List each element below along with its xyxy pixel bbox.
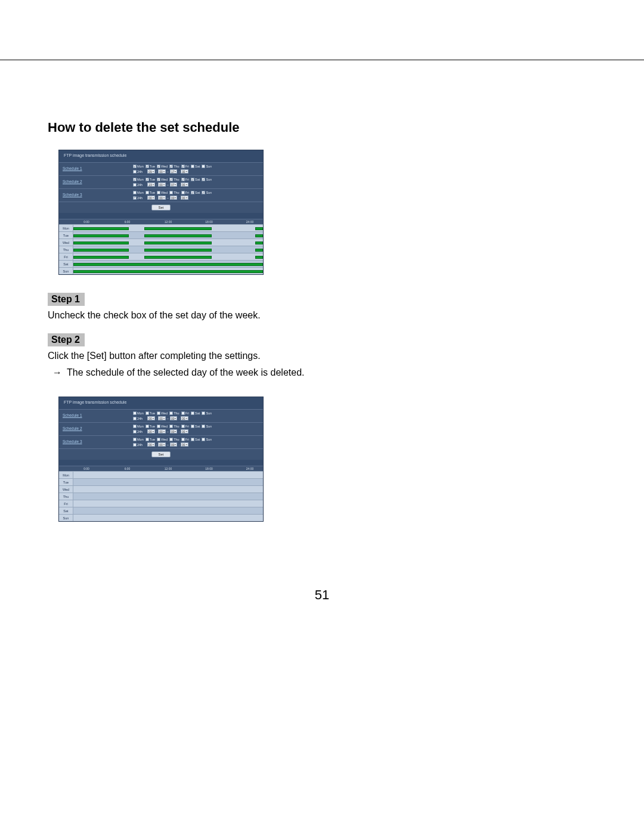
schedule-link[interactable]: Schedule 1 — [59, 163, 131, 175]
24h-label: 24h — [137, 196, 143, 200]
24h-checkbox[interactable] — [133, 430, 137, 433]
day-checkbox-fri[interactable] — [181, 178, 185, 181]
time-tick: 24:00 — [237, 220, 263, 224]
day-checkbox-sun[interactable] — [202, 165, 205, 168]
end-hour-select[interactable]: 00 — [170, 416, 178, 420]
start-hour-select[interactable]: 00 — [147, 196, 155, 200]
schedule-link[interactable]: Schedule 2 — [59, 176, 131, 188]
day-checkbox-sat[interactable] — [191, 425, 194, 428]
day-checkbox-tue[interactable] — [145, 178, 149, 181]
timeline-row: Fri — [59, 253, 263, 260]
day-checkbox-tue[interactable] — [145, 411, 149, 415]
day-checkbox-sun[interactable] — [202, 178, 205, 181]
day-checkbox-mon[interactable] — [133, 165, 137, 168]
day-checkbox-sat[interactable] — [191, 411, 194, 415]
24h-checkbox[interactable] — [133, 196, 137, 200]
start-hour-select[interactable]: 00 — [147, 416, 155, 420]
day-label: Fri — [185, 411, 189, 415]
day-checkbox-tue[interactable] — [145, 425, 149, 428]
day-checkbox-thu[interactable] — [169, 411, 173, 415]
day-checkbox-sun[interactable] — [202, 438, 205, 441]
end-hour-select[interactable]: 00 — [170, 196, 178, 200]
day-checkbox-sat[interactable] — [191, 438, 194, 441]
day-checkbox-thu[interactable] — [169, 425, 173, 428]
day-checkbox-fri[interactable] — [181, 165, 185, 168]
start-hour-select[interactable]: 00 — [147, 429, 155, 433]
timeline-day-label: Mon — [59, 225, 73, 231]
step-2-label: Step 2 — [48, 333, 85, 346]
day-label: Wed — [161, 411, 168, 415]
day-checkbox-mon[interactable] — [133, 438, 137, 441]
day-checkbox-sun[interactable] — [202, 411, 205, 415]
day-checkbox-thu[interactable] — [169, 178, 173, 181]
end-min-select[interactable]: 00 — [181, 416, 188, 420]
day-checkbox-wed[interactable] — [157, 191, 160, 194]
end-min-select[interactable]: 00 — [181, 182, 188, 187]
24h-checkbox[interactable] — [133, 417, 137, 420]
day-checkbox-tue[interactable] — [145, 191, 149, 194]
timeline-day-label: Wed — [59, 486, 73, 493]
day-checkbox-sun[interactable] — [202, 191, 205, 194]
schedule-link[interactable]: Schedule 2 — [59, 423, 131, 435]
day-checkbox-fri[interactable] — [181, 438, 185, 441]
end-hour-select[interactable]: 00 — [170, 429, 178, 433]
24h-checkbox[interactable] — [133, 170, 137, 174]
day-checkbox-sat[interactable] — [191, 191, 194, 194]
end-hour-select[interactable]: 17 — [170, 169, 178, 174]
day-checkbox-thu[interactable] — [169, 191, 173, 194]
day-checkbox-wed[interactable] — [157, 165, 160, 168]
schedule-bar — [255, 234, 263, 237]
step-1-text: Uncheck the check box of the set day of … — [48, 308, 596, 323]
end-min-select[interactable]: 30 — [181, 169, 188, 174]
start-hour-select[interactable]: 09 — [147, 169, 155, 174]
schedule-link[interactable]: Schedule 3 — [59, 436, 131, 448]
day-checkbox-wed[interactable] — [157, 438, 160, 441]
timeline-row: Tue — [59, 231, 263, 239]
set-button[interactable]: Set — [151, 205, 170, 210]
day-checkbox-mon[interactable] — [133, 411, 137, 415]
end-min-select[interactable]: 00 — [181, 429, 188, 433]
schedule-row: Schedule 1MonTueWedThuFriSatSun24h00:00–… — [59, 409, 263, 422]
day-label: Thu — [174, 178, 179, 181]
start-hour-select[interactable]: 23 — [147, 182, 155, 187]
timeline-day-label: Sun — [59, 515, 73, 521]
set-button[interactable]: Set — [151, 451, 170, 457]
start-min-select[interactable]: 00 — [158, 442, 166, 447]
day-checkbox-mon[interactable] — [133, 425, 137, 428]
schedule-row: Schedule 2MonTueWedThuFriSatSun24h23:00–… — [59, 175, 263, 188]
24h-checkbox[interactable] — [133, 183, 137, 187]
start-min-select[interactable]: 00 — [158, 429, 166, 433]
end-hour-select[interactable]: 07 — [170, 182, 178, 187]
day-checkbox-tue[interactable] — [145, 165, 149, 168]
day-checkbox-mon[interactable] — [133, 178, 137, 181]
time-tick: 18:00 — [196, 467, 222, 470]
start-hour-select[interactable]: 00 — [147, 442, 155, 447]
day-checkbox-mon[interactable] — [133, 191, 137, 194]
day-label: Sun — [206, 411, 212, 415]
24h-checkbox[interactable] — [133, 443, 137, 447]
end-min-select[interactable]: 00 — [181, 442, 188, 447]
day-checkbox-sat[interactable] — [191, 178, 194, 181]
24h-label: 24h — [137, 417, 143, 420]
page-number: 51 — [0, 563, 644, 615]
day-checkbox-wed[interactable] — [157, 411, 160, 415]
day-checkbox-sat[interactable] — [191, 165, 194, 168]
end-min-select[interactable]: 00 — [181, 196, 188, 200]
timeline-row: Sun — [59, 267, 263, 274]
start-min-select[interactable]: 00 — [158, 169, 166, 174]
schedule-link[interactable]: Schedule 3 — [59, 189, 131, 202]
day-checkbox-sun[interactable] — [202, 425, 205, 428]
start-min-select[interactable]: 00 — [158, 196, 166, 200]
end-hour-select[interactable]: 00 — [170, 442, 178, 447]
start-min-select[interactable]: 00 — [158, 416, 166, 420]
day-checkbox-wed[interactable] — [157, 425, 160, 428]
day-checkbox-tue[interactable] — [145, 438, 149, 441]
day-checkbox-thu[interactable] — [169, 165, 173, 168]
day-checkbox-fri[interactable] — [181, 425, 185, 428]
day-checkbox-fri[interactable] — [181, 191, 185, 194]
schedule-link[interactable]: Schedule 1 — [59, 410, 131, 422]
day-checkbox-fri[interactable] — [181, 411, 185, 415]
start-min-select[interactable]: 00 — [158, 182, 166, 187]
day-checkbox-wed[interactable] — [157, 178, 160, 181]
day-checkbox-thu[interactable] — [169, 438, 173, 441]
